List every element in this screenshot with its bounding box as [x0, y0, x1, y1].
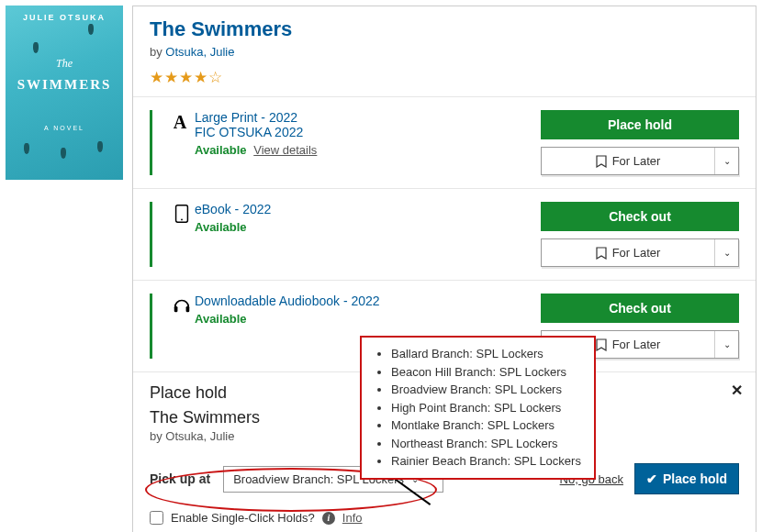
- svg-rect-4: [186, 306, 190, 312]
- ebook-icon: [169, 202, 195, 224]
- rating-stars[interactable]: ★★★★☆: [150, 68, 739, 87]
- cover-author: JULIE OTSUKA: [6, 13, 123, 22]
- place-hold-button[interactable]: Place hold: [541, 110, 739, 139]
- locker-option: Rainier Beach Branch: SPL Lockers: [391, 452, 581, 471]
- format-link[interactable]: Downloadable Audiobook - 2022: [195, 294, 380, 308]
- book-cover[interactable]: JULIE OTSUKA The SWIMMERS A NOVEL: [6, 6, 123, 180]
- large-print-icon: A: [169, 110, 195, 132]
- bookmark-icon: [596, 247, 607, 260]
- accent-bar: [150, 110, 152, 175]
- locker-option: Northeast Branch: SPL Lockers: [391, 435, 581, 453]
- book-header: The Swimmers by Otsuka, Julie ★★★★☆: [133, 6, 756, 96]
- svg-point-2: [181, 219, 183, 221]
- book-byline: by Otsuka, Julie: [150, 45, 739, 59]
- confirm-place-hold-button[interactable]: ✔ Place hold: [634, 463, 739, 494]
- locker-option: Ballard Branch: SPL Lockers: [391, 345, 581, 363]
- availability-status: Available: [195, 312, 247, 326]
- svg-text:A: A: [174, 112, 187, 132]
- locker-option: High Point Branch: SPL Lockers: [391, 399, 581, 417]
- check-out-button[interactable]: Check out: [541, 294, 739, 323]
- cover-subtitle: A NOVEL: [6, 125, 123, 131]
- info-icon[interactable]: i: [322, 512, 335, 525]
- locker-option: Broadview Branch: SPL Lockers: [391, 381, 581, 399]
- accent-bar: [150, 202, 152, 267]
- for-later-button[interactable]: For Later: [542, 239, 714, 266]
- single-click-checkbox[interactable]: [150, 511, 163, 525]
- svg-rect-3: [174, 306, 178, 312]
- view-details-link[interactable]: View details: [253, 143, 317, 157]
- format-link[interactable]: Large Print - 2022: [195, 110, 297, 125]
- availability-status: Available: [195, 143, 247, 157]
- info-link[interactable]: Info: [342, 511, 363, 525]
- for-later-dropdown[interactable]: ⌄: [714, 148, 738, 174]
- cover-title: SWIMMERS: [6, 77, 123, 93]
- call-number: FIC OTSUKA 2022: [195, 125, 303, 139]
- headphones-icon: [169, 294, 195, 316]
- format-large-print: A Large Print - 2022 FIC OTSUKA 2022 Ava…: [133, 96, 756, 188]
- cover-title-small: The: [6, 57, 123, 71]
- chevron-down-icon: ⌄: [723, 248, 731, 258]
- chevron-down-icon: ⌄: [723, 339, 731, 349]
- for-later-button[interactable]: For Later: [542, 148, 714, 174]
- author-link[interactable]: Otsuka, Julie: [165, 45, 234, 59]
- locker-option: Beacon Hill Branch: SPL Lockers: [391, 363, 581, 382]
- format-link[interactable]: eBook - 2022: [195, 202, 271, 216]
- single-click-label: Enable Single-Click Holds?: [171, 511, 315, 525]
- bookmark-icon: [596, 338, 607, 351]
- single-click-row: Enable Single-Click Holds? i Info: [150, 511, 739, 525]
- format-ebook: eBook - 2022 Available Check out For Lat…: [133, 188, 756, 280]
- check-out-button[interactable]: Check out: [541, 202, 739, 231]
- availability-status: Available: [195, 220, 247, 234]
- pickup-label: Pick up at: [150, 471, 210, 486]
- locker-option: Montlake Branch: SPL Lockers: [391, 416, 581, 435]
- bookmark-icon: [596, 155, 607, 168]
- chevron-down-icon: ⌄: [723, 156, 731, 166]
- accent-bar: [150, 294, 152, 359]
- cover-column: JULIE OTSUKA The SWIMMERS A NOVEL: [6, 6, 123, 532]
- locker-options-callout: Ballard Branch: SPL Lockers Beacon Hill …: [360, 336, 596, 480]
- close-icon[interactable]: ✕: [731, 382, 743, 399]
- for-later-dropdown[interactable]: ⌄: [714, 331, 738, 358]
- book-title[interactable]: The Swimmers: [150, 17, 739, 41]
- for-later-dropdown[interactable]: ⌄: [714, 239, 738, 266]
- check-icon: ✔: [646, 471, 657, 486]
